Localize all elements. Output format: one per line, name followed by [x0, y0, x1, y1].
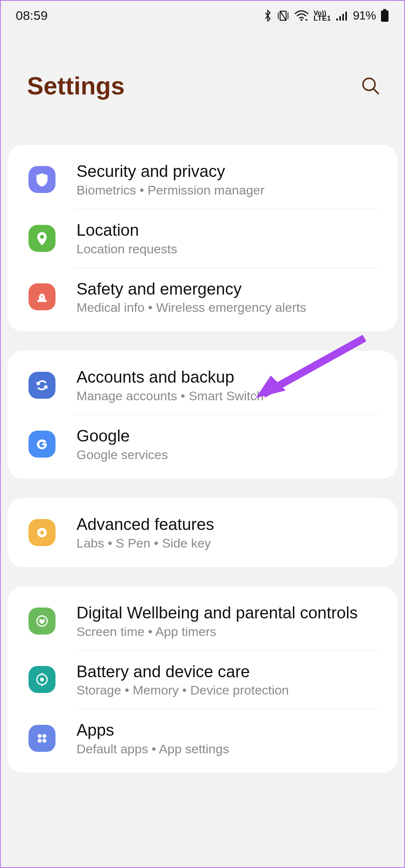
svg-rect-3 — [342, 14, 344, 21]
emergency-icon — [28, 283, 56, 310]
item-subtitle: Manage accounts • Smart Switch — [76, 389, 382, 403]
bluetooth-icon — [263, 9, 272, 22]
item-subtitle: Google services — [76, 447, 382, 462]
item-subtitle: Storage • Memory • Device protection — [76, 683, 382, 697]
google-icon — [28, 431, 56, 458]
item-title: Location — [76, 220, 382, 240]
status-icons: Vo))LTE1 91% — [263, 9, 389, 22]
wifi-icon — [294, 10, 309, 21]
shield-icon — [28, 166, 56, 193]
svg-rect-1 — [336, 18, 338, 21]
signal-icon — [336, 10, 348, 21]
item-subtitle: Default apps • App settings — [76, 742, 382, 756]
svg-rect-2 — [339, 16, 341, 21]
item-title: Google — [76, 426, 382, 446]
page-title: Settings — [27, 72, 124, 100]
item-title: Battery and device care — [76, 662, 382, 682]
item-advanced-features[interactable]: Advanced features Labs • S Pen • Side ke… — [8, 503, 398, 562]
svg-point-9 — [40, 235, 44, 239]
svg-point-17 — [40, 678, 44, 682]
svg-point-19 — [42, 734, 46, 738]
item-title: Safety and emergency — [76, 279, 382, 299]
svg-rect-10 — [37, 300, 46, 302]
item-subtitle: Biometrics • Permission manager — [76, 183, 382, 198]
item-location[interactable]: Location Location requests — [8, 209, 398, 268]
search-icon — [361, 76, 380, 96]
item-title: Digital Wellbeing and parental controls — [76, 603, 382, 623]
settings-group: Digital Wellbeing and parental controls … — [8, 587, 398, 773]
status-bar: 08:59 Vo))LTE1 91% — [1, 1, 404, 27]
settings-group: Advanced features Labs • S Pen • Side ke… — [8, 498, 398, 567]
settings-header: Settings — [1, 27, 404, 145]
svg-rect-11 — [42, 296, 42, 298]
svg-line-8 — [374, 89, 379, 94]
svg-point-7 — [363, 78, 375, 90]
item-title: Security and privacy — [76, 162, 382, 181]
item-battery-device-care[interactable]: Battery and device care Storage • Memory… — [8, 651, 398, 709]
vibrate-icon — [277, 9, 290, 22]
item-title: Accounts and backup — [76, 367, 382, 387]
svg-rect-6 — [381, 10, 388, 22]
settings-group: Security and privacy Biometrics • Permis… — [8, 145, 398, 331]
location-icon — [28, 225, 56, 252]
device-care-icon — [28, 666, 56, 693]
search-button[interactable] — [359, 75, 382, 97]
status-time: 08:59 — [16, 8, 48, 23]
battery-percent: 91% — [353, 9, 376, 22]
wellbeing-icon — [28, 608, 56, 635]
item-title: Apps — [76, 720, 382, 740]
svg-point-18 — [38, 734, 42, 738]
volte-icon: Vo))LTE1 — [314, 10, 331, 21]
apps-icon — [28, 725, 56, 752]
svg-point-21 — [42, 739, 46, 743]
svg-point-0 — [301, 19, 303, 21]
item-accounts-backup[interactable]: Accounts and backup Manage accounts • Sm… — [8, 356, 398, 415]
item-security-privacy[interactable]: Security and privacy Biometrics • Permis… — [8, 150, 398, 209]
item-apps[interactable]: Apps Default apps • App settings — [8, 709, 398, 768]
item-subtitle: Screen time • App timers — [76, 624, 382, 639]
svg-point-20 — [38, 739, 42, 743]
svg-rect-14 — [40, 532, 45, 533]
svg-rect-5 — [383, 9, 386, 10]
item-safety-emergency[interactable]: Safety and emergency Medical info • Wire… — [8, 268, 398, 326]
item-digital-wellbeing[interactable]: Digital Wellbeing and parental controls … — [8, 592, 398, 650]
settings-group: Accounts and backup Manage accounts • Sm… — [8, 351, 398, 479]
item-google[interactable]: Google Google services — [8, 415, 398, 473]
sync-icon — [28, 372, 56, 399]
advanced-icon — [28, 519, 56, 546]
svg-rect-4 — [345, 12, 347, 21]
item-subtitle: Location requests — [76, 242, 382, 256]
battery-icon — [380, 9, 389, 22]
item-subtitle: Labs • S Pen • Side key — [76, 536, 382, 551]
item-title: Advanced features — [76, 515, 382, 534]
item-subtitle: Medical info • Wireless emergency alerts — [76, 300, 382, 315]
